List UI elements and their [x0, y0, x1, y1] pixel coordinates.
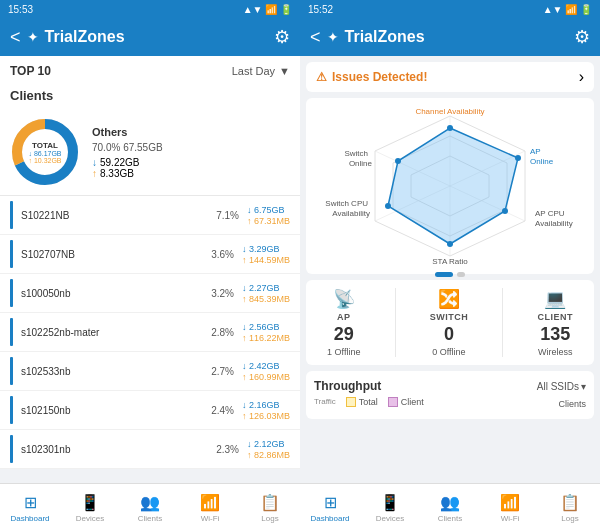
radar-section: Channel Availability AP Online AP CPU Av… — [306, 98, 594, 274]
client-stats: ↓ 6.75GB ↑ 67.31MB — [247, 205, 290, 226]
throughput-header: Throughput All SSIDs ▾ — [314, 379, 586, 393]
svg-text:Switch CPU: Switch CPU — [325, 199, 368, 208]
client-row[interactable]: s100050nb 3.2% ↓ 2.27GB ↑ 845.39MB — [0, 274, 300, 313]
nav-icon: 📶 — [200, 493, 220, 512]
client-pct: 2.4% — [202, 405, 234, 416]
client-indicator — [10, 396, 13, 424]
client-name: S102707NB — [21, 249, 202, 260]
warning-icon: ⚠ — [316, 70, 327, 84]
svg-point-13 — [447, 241, 453, 247]
svg-text:STA Ratio: STA Ratio — [432, 257, 468, 266]
nav-item-logs[interactable]: 📋 Logs — [540, 484, 600, 531]
client-row[interactable]: S10221NB 7.1% ↓ 6.75GB ↑ 67.31MB — [0, 196, 300, 235]
client-down: ↓ 6.75GB — [247, 205, 290, 215]
nav-item-devices[interactable]: 📱 Devices — [360, 484, 420, 531]
nav-icon: 👥 — [440, 493, 460, 512]
client-row[interactable]: s102301nb 2.3% ↓ 2.12GB ↑ 82.86MB — [0, 430, 300, 469]
client-up: ↑ 82.86MB — [247, 450, 290, 460]
client-stats: ↓ 3.29GB ↑ 144.59MB — [242, 244, 290, 265]
client-row[interactable]: S102707NB 3.6% ↓ 3.29GB ↑ 144.59MB — [0, 235, 300, 274]
status-icons-right: ▲▼ 📶 🔋 — [543, 4, 592, 15]
nav-item-wi-fi[interactable]: 📶 Wi-Fi — [480, 484, 540, 531]
nav-label: Devices — [376, 514, 404, 523]
client-pct: 2.7% — [202, 366, 234, 377]
back-button-left[interactable]: < — [10, 27, 21, 48]
client-name: s102533nb — [21, 366, 202, 377]
nav-icon: 📋 — [560, 493, 580, 512]
svg-text:AP CPU: AP CPU — [535, 209, 565, 218]
nav-item-dashboard[interactable]: ⊞ Dashboard — [0, 484, 60, 531]
client-indicator — [10, 240, 13, 268]
nav-item-dashboard[interactable]: ⊞ Dashboard — [300, 484, 360, 531]
nav-label: Dashboard — [310, 514, 349, 523]
status-bar-right: 15:52 ▲▼ 📶 🔋 — [300, 0, 600, 18]
throughput-filter[interactable]: All SSIDs ▾ — [537, 381, 586, 392]
back-button-right[interactable]: < — [310, 27, 321, 48]
time-left: 15:53 — [8, 4, 33, 15]
client-stats: ↓ 2.12GB ↑ 82.86MB — [247, 439, 290, 460]
metric-client: 💻 CLIENT 135 Wireless — [537, 288, 573, 357]
donut-total-label: TOTAL — [28, 141, 61, 150]
client-pct: 3.6% — [202, 249, 234, 260]
client-down: ↓ 2.27GB — [242, 283, 290, 293]
client-row[interactable]: s102150nb 2.4% ↓ 2.16GB ↑ 126.03MB — [0, 391, 300, 430]
nav-label: Clients — [138, 514, 162, 523]
nav-icon: 📶 — [500, 493, 520, 512]
settings-icon-left[interactable]: ⚙ — [274, 26, 290, 48]
metrics-section: 📡 AP 29 1 Offline 🔀 SWITCH 0 0 Offline 💻… — [306, 280, 594, 365]
client-indicator — [10, 201, 13, 229]
client-up: ↑ 144.59MB — [242, 255, 290, 265]
nav-icon: 📱 — [380, 493, 400, 512]
switch-icon: 🔀 — [438, 288, 460, 310]
period-label: Last Day — [232, 65, 275, 77]
client-row[interactable]: s102533nb 2.7% ↓ 2.42GB ↑ 160.99MB — [0, 352, 300, 391]
client-name: s102252nb-mater — [21, 327, 202, 338]
client-up: ↑ 160.99MB — [242, 372, 290, 382]
issues-banner[interactable]: ⚠ Issues Detected! › — [306, 62, 594, 92]
top-bar: TOP 10 Last Day ▼ — [0, 56, 300, 86]
client-indicator — [10, 318, 13, 346]
donut-chart: TOTAL ↓ 86.17GB ↑ 10.32GB — [10, 117, 80, 187]
throughput-legend: Traffic Total Client — [314, 397, 424, 407]
period-selector[interactable]: Last Day ▼ — [232, 65, 290, 77]
nav-item-logs[interactable]: 📋 Logs — [240, 484, 300, 531]
legend-total: Total — [346, 397, 378, 407]
status-bar-left: 15:53 ▲▼ 📶 🔋 — [0, 0, 300, 18]
client-row[interactable]: s102252nb-mater 2.8% ↓ 2.56GB ↑ 116.22MB — [0, 313, 300, 352]
client-stats: ↓ 2.16GB ↑ 126.03MB — [242, 400, 290, 421]
svg-point-10 — [447, 125, 453, 131]
right-content: ⚠ Issues Detected! › — [300, 56, 600, 483]
nav-item-clients[interactable]: 👥 Clients — [120, 484, 180, 531]
client-indicator — [10, 357, 13, 385]
others-pct: 70.0% 67.55GB — [92, 142, 163, 153]
nav-icon: 📋 — [260, 493, 280, 512]
throughput-title: Throughput — [314, 379, 381, 393]
nav-label: Wi-Fi — [501, 514, 520, 523]
radar-pagination — [330, 272, 570, 277]
issues-arrow-icon: › — [579, 68, 584, 86]
bottom-nav-right: ⊞ Dashboard 📱 Devices 👥 Clients 📶 Wi-Fi … — [300, 483, 600, 531]
client-indicator — [10, 435, 13, 463]
nav-item-clients[interactable]: 👥 Clients — [420, 484, 480, 531]
app-title-right: TrialZones — [345, 28, 425, 46]
client-down: ↓ 3.29GB — [242, 244, 290, 254]
nav-icon: 📱 — [80, 493, 100, 512]
client-down: ↓ 2.16GB — [242, 400, 290, 410]
svg-text:Channel Availability: Channel Availability — [415, 107, 484, 116]
client-down: ↓ 2.42GB — [242, 361, 290, 371]
client-list: S10221NB 7.1% ↓ 6.75GB ↑ 67.31MB S102707… — [0, 196, 300, 469]
chevron-down-icon: ▼ — [279, 65, 290, 77]
client-name: s100050nb — [21, 288, 202, 299]
nav-label: Wi-Fi — [201, 514, 220, 523]
client-pct: 2.8% — [202, 327, 234, 338]
client-pct: 7.1% — [207, 210, 239, 221]
svg-point-14 — [385, 203, 391, 209]
nav-item-wi-fi[interactable]: 📶 Wi-Fi — [180, 484, 240, 531]
bottom-nav-left: ⊞ Dashboard 📱 Devices 👥 Clients 📶 Wi-Fi … — [0, 483, 300, 531]
nav-item-devices[interactable]: 📱 Devices — [60, 484, 120, 531]
svg-text:Online: Online — [530, 157, 554, 166]
metric-switch: 🔀 SWITCH 0 0 Offline — [430, 288, 469, 357]
switch-label: SWITCH — [430, 312, 469, 322]
nav-icon: ⊞ — [24, 493, 37, 512]
settings-icon-right[interactable]: ⚙ — [574, 26, 590, 48]
